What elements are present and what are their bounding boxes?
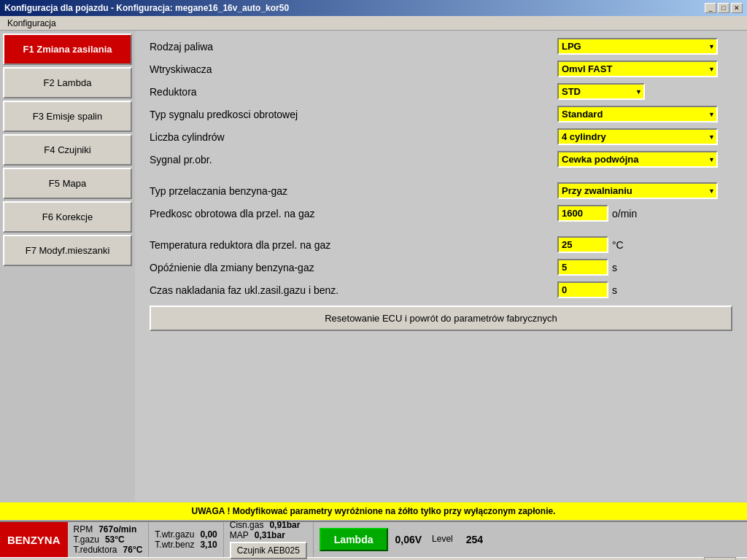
close-button[interactable]: ✕ [731, 3, 743, 13]
label-opoznienie: Opóźnienie dla zmiany benzyna-gaz [150, 262, 557, 273]
status-col3: Cisn.gas 0,91bar MAP 0,31bar Czujnik AEB… [224, 522, 314, 557]
status-level-val: 254 [466, 534, 483, 545]
unit-opoznienie: s [612, 262, 617, 273]
select-wrapper-wtryskiwacza: Omvl FAST Standard [557, 61, 718, 77]
select-wrapper-typ-przelaczania: Przy zwalnianiu Przy przyspieszaniu [557, 182, 718, 199]
ctrl-temperatura-reduktora: °C [557, 236, 732, 253]
sidebar-btn-f1[interactable]: F1 Zmiana zasilania [3, 34, 132, 65]
maximize-button[interactable]: □ [718, 3, 729, 13]
ctrl-czas-nakladania: s [557, 281, 732, 298]
czujnik-button[interactable]: Czujnik AEB025 [230, 542, 307, 559]
select-wrapper-reduktora: STD LE [557, 83, 645, 100]
status-twtrbenz-val: 3,10 [200, 540, 217, 550]
status-tgaz-row: T.gazu 53°C [74, 534, 143, 545]
lambda-section: Lambda 0,06V [314, 522, 425, 557]
select-wrapper-typ-sygnalu: Standard Inny [557, 106, 718, 122]
sidebar: F1 Zmiana zasilania F2 Lambda F3 Emisje … [0, 31, 135, 502]
sidebar-btn-f3[interactable]: F3 Emisje spalin [3, 101, 132, 132]
title-bar: Konfiguracja dla pojazdu - Konfiguracja:… [0, 0, 747, 16]
select-sygnal-probr[interactable]: Cewka podwójna Cewka pojedyncza [557, 151, 718, 168]
status-treduktora-val: 76°C [123, 545, 143, 555]
lambda-button[interactable]: Lambda [320, 528, 388, 551]
menu-konfiguracja[interactable]: Konfiguracja [3, 18, 61, 29]
label-wtryskiwacza: Wtryskiwacza [150, 63, 557, 75]
unit-czas: s [612, 284, 617, 296]
input-czas-nakladania[interactable] [557, 281, 608, 298]
status-rpm-val: 767o/min [98, 524, 136, 534]
select-wrapper-liczba: 4 cylindry 6 cylindrów 8 cylindrów [557, 128, 718, 145]
label-temperatura-reduktora: Temperatura reduktora dla przel. na gaz [150, 239, 557, 251]
minimize-button[interactable]: _ [705, 3, 716, 13]
row-rodzaj-paliwa: Rodzaj paliwa LPG CNG [150, 38, 732, 55]
status-twtrbenz-key: T.wtr.benz [155, 540, 194, 550]
label-typ-przelaczania: Typ przelaczania benzyna-gaz [150, 185, 557, 197]
row-temperatura-reduktora: Temperatura reduktora dla przel. na gaz … [150, 236, 732, 253]
select-liczba-cylindrow[interactable]: 4 cylindry 6 cylindrów 8 cylindrów [557, 128, 718, 145]
select-typ-przelaczania[interactable]: Przy zwalnianiu Przy przyspieszaniu [557, 182, 718, 199]
ctrl-predkosc-obrotowa: o/min [557, 205, 732, 222]
label-typ-sygnalu: Typ sygnalu predkosci obrotowej [150, 109, 557, 120]
unit-predkosc: o/min [612, 208, 637, 219]
sidebar-btn-f4[interactable]: F4 Czujniki [3, 134, 132, 166]
label-reduktora: Reduktora [150, 86, 557, 98]
label-predkosc-obrotowa: Predkosc obrotowa dla przel. na gaz [150, 208, 557, 219]
select-rodzaj-paliwa[interactable]: LPG CNG [557, 38, 718, 55]
status-map-val: 0,31bar [255, 530, 285, 540]
status-rpm-row: RPM 767o/min [74, 524, 143, 534]
menu-bar: Konfiguracja [0, 16, 747, 31]
ctrl-wtryskiwacza: Omvl FAST Standard [557, 61, 732, 77]
row-opoznienie: Opóźnienie dla zmiany benzyna-gaz s [150, 259, 732, 276]
label-rodzaj-paliwa: Rodzaj paliwa [150, 41, 557, 52]
status-treduktora-key: T.reduktora [74, 545, 117, 555]
row-typ-przelaczania: Typ przelaczania benzyna-gaz Przy zwalni… [150, 182, 732, 199]
warning-text: UWAGA ! Modyfikować parametry wyróżnione… [192, 506, 556, 516]
reset-button[interactable]: Resetowanie ECU i powrót do parametrów f… [150, 306, 732, 331]
select-wrapper-sygnal-probr: Cewka podwójna Cewka pojedyncza [557, 151, 718, 168]
select-typ-sygnalu[interactable]: Standard Inny [557, 106, 718, 122]
status-tgaz-key: T.gazu [74, 534, 99, 545]
label-liczba-cylindrow: Liczba cylindrów [150, 131, 557, 143]
ctrl-typ-przelaczania: Przy zwalnianiu Przy przyspieszaniu [557, 182, 732, 199]
select-reduktora[interactable]: STD LE [557, 83, 645, 100]
select-wrapper-rodzaj-paliwa: LPG CNG [557, 38, 718, 55]
row-predkosc-obrotowa: Predkosc obrotowa dla przel. na gaz o/mi… [150, 205, 732, 222]
status-level-key: Level [432, 534, 453, 545]
label-czas-nakladania: Czas nakladania faz ukl.zasil.gazu i ben… [150, 284, 557, 296]
status-cisngas-key: Cisn.gas [230, 520, 264, 530]
content-area: Rodzaj paliwa LPG CNG Wtryskiwacza Omvl … [135, 31, 747, 502]
lambda-value: 0,06V [395, 534, 422, 545]
ctrl-rodzaj-paliwa: LPG CNG [557, 38, 732, 55]
status-twtrgaz-val: 0,00 [200, 529, 217, 540]
sidebar-btn-f7[interactable]: F7 Modyf.mieszanki [3, 235, 132, 266]
window-title: Konfiguracja dla pojazdu - Konfiguracja:… [4, 3, 289, 13]
status-level-section: Level 254 [425, 522, 490, 557]
sidebar-btn-f5[interactable]: F5 Mapa [3, 168, 132, 199]
reset-btn-wrapper: Resetowanie ECU i powrót do parametrów f… [150, 306, 732, 331]
select-wtryskiwacza[interactable]: Omvl FAST Standard [557, 61, 718, 77]
label-sygnal-probr: Sygnal pr.obr. [150, 154, 557, 166]
row-czas-nakladania: Czas nakladania faz ukl.zasil.gazu i ben… [150, 281, 732, 298]
status-cisngas-row: Cisn.gas 0,91bar [230, 520, 307, 530]
ctrl-liczba-cylindrow: 4 cylindry 6 cylindrów 8 cylindrów [557, 128, 732, 145]
row-liczba-cylindrow: Liczba cylindrów 4 cylindry 6 cylindrów … [150, 128, 732, 145]
title-bar-buttons: _ □ ✕ [705, 3, 743, 13]
ctrl-sygnal-probr: Cewka podwójna Cewka pojedyncza [557, 151, 732, 168]
status-map-key: MAP [230, 530, 249, 540]
sidebar-btn-f2[interactable]: F2 Lambda [3, 67, 132, 98]
status-map-row: MAP 0,31bar [230, 530, 307, 540]
row-typ-sygnalu: Typ sygnalu predkosci obrotowej Standard… [150, 106, 732, 122]
status-twtrgaz-key: T.wtr.gazu [155, 529, 194, 540]
main-container: F1 Zmiana zasilania F2 Lambda F3 Emisje … [0, 31, 747, 502]
taskbar-right: ◀◀ 13:56 poniedziałek [684, 557, 746, 561]
input-opoznienie[interactable] [557, 259, 608, 276]
row-wtryskiwacza: Wtryskiwacza Omvl FAST Standard [150, 61, 732, 77]
input-predkosc-obrotowa[interactable] [557, 205, 608, 222]
sidebar-btn-f6[interactable]: F6 Korekcje [3, 201, 132, 233]
status-col1: RPM 767o/min T.gazu 53°C T.reduktora 76°… [68, 522, 150, 557]
clock: 13:56 [704, 557, 736, 561]
status-twtrgaz-row: T.wtr.gazu 0,00 [155, 529, 217, 540]
status-cisngas-val: 0,91bar [269, 520, 300, 530]
warning-bar: UWAGA ! Modyfikować parametry wyróżnione… [0, 502, 747, 521]
row-reduktora: Reduktora STD LE [150, 83, 732, 100]
input-temperatura-reduktora[interactable] [557, 236, 608, 253]
